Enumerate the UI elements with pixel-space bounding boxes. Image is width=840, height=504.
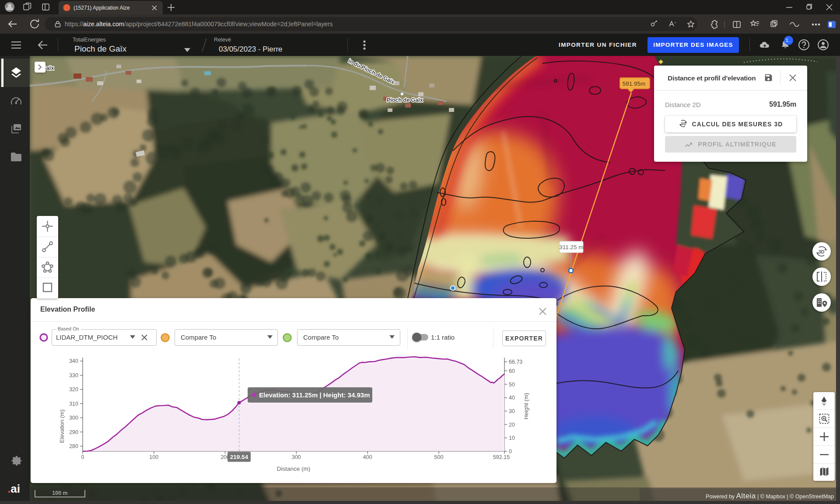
svg-text:290: 290	[69, 429, 78, 435]
svg-text:330: 330	[69, 372, 78, 379]
svg-text:40: 40	[509, 395, 515, 401]
svg-text:592.15: 592.15	[493, 454, 510, 460]
svg-text:10: 10	[509, 435, 515, 441]
svg-text:591.95m: 591.95m	[623, 80, 646, 87]
svg-text:300: 300	[69, 415, 78, 421]
svg-text:50: 50	[509, 382, 515, 388]
svg-text:280: 280	[69, 443, 78, 449]
svg-text:30: 30	[509, 408, 515, 414]
svg-text:500: 500	[434, 454, 444, 460]
svg-text:0: 0	[81, 454, 84, 460]
svg-text:3D: 3D	[819, 249, 825, 254]
svg-text:311.25 m: 311.25 m	[559, 244, 583, 250]
svg-text:66.73: 66.73	[509, 359, 522, 365]
svg-text:320: 320	[69, 386, 78, 393]
svg-text:0: 0	[509, 448, 512, 455]
svg-text:Elevation: 311.25m | Height: 3: Elevation: 311.25m | Height: 34.93m	[259, 391, 370, 399]
svg-text:310: 310	[69, 401, 78, 407]
svg-text:300: 300	[292, 454, 301, 460]
svg-text:20: 20	[509, 422, 515, 428]
svg-text:219.54: 219.54	[230, 454, 248, 460]
svg-text:Elevation (m): Elevation (m)	[59, 410, 65, 443]
svg-text:3D: 3D	[680, 122, 686, 126]
svg-text:60: 60	[509, 368, 515, 374]
svg-text:Pioch de Gaïx: Pioch de Gaïx	[387, 97, 423, 103]
svg-text:400: 400	[363, 454, 372, 460]
svg-text:Height (m): Height (m)	[523, 393, 529, 420]
svg-text:Distance (m): Distance (m)	[277, 466, 311, 472]
svg-text:100: 100	[149, 454, 158, 460]
svg-text:340: 340	[69, 358, 78, 364]
